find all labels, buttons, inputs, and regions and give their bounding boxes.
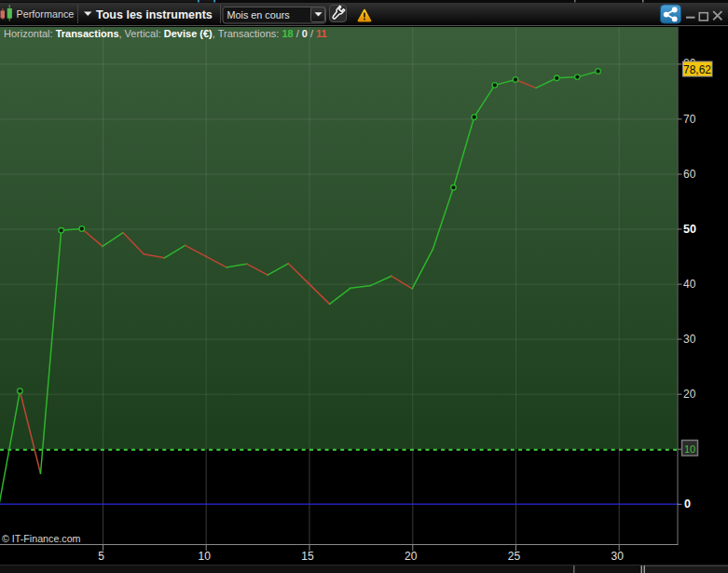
- svg-text:20: 20: [683, 388, 696, 401]
- svg-text:30: 30: [611, 550, 625, 563]
- svg-text:20: 20: [405, 550, 418, 563]
- svg-text:10: 10: [199, 550, 212, 563]
- svg-text:0: 0: [684, 498, 691, 511]
- svg-text:70: 70: [683, 113, 696, 126]
- svg-text:© IT-Finance.com: © IT-Finance.com: [2, 533, 81, 544]
- svg-text:50: 50: [683, 223, 696, 236]
- svg-text:10: 10: [684, 443, 695, 455]
- svg-text:Performance: Performance: [17, 8, 75, 20]
- svg-text:60: 60: [683, 168, 696, 181]
- svg-text:25: 25: [508, 550, 521, 563]
- svg-text:Mois en cours: Mois en cours: [227, 9, 291, 20]
- svg-text:5: 5: [98, 550, 104, 563]
- svg-text:Tous les instruments: Tous les instruments: [96, 8, 213, 21]
- svg-text:40: 40: [683, 278, 696, 291]
- svg-text:Horizontal: Transactions, Vert: Horizontal: Transactions, Vertical: Devi…: [4, 28, 327, 39]
- svg-text:30: 30: [683, 333, 696, 346]
- svg-text:15: 15: [301, 550, 314, 563]
- svg-text:78,62: 78,62: [683, 63, 711, 76]
